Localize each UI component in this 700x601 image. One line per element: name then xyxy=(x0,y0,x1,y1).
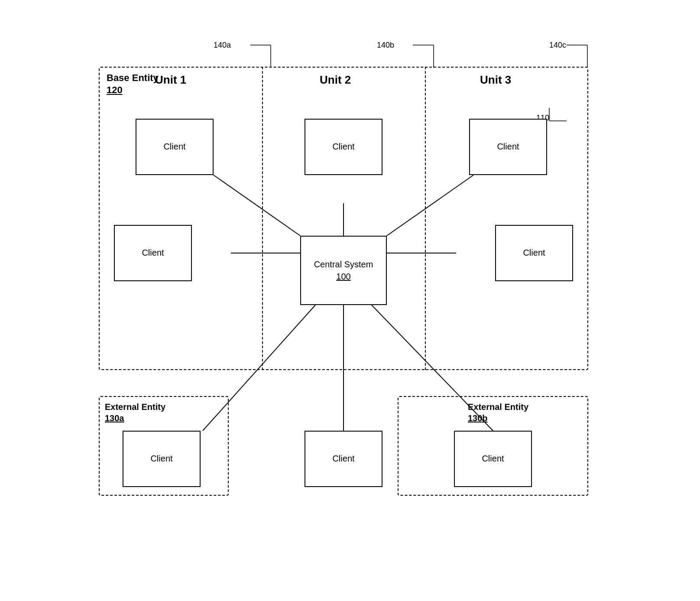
ext-entity-b-label: External Entity 130b xyxy=(468,401,528,424)
client-ext-a: Client xyxy=(123,431,201,487)
unit-divider-1 xyxy=(262,67,263,370)
unit2-label: Unit 2 xyxy=(320,73,351,87)
client-unit2-top: Client xyxy=(305,119,382,175)
unit1-label: Unit 1 xyxy=(155,73,186,87)
unit-divider-2 xyxy=(425,67,426,370)
client-unit1-top: Client xyxy=(136,119,214,175)
client-unit1-mid: Client xyxy=(114,225,192,281)
ref-140c-label: 140c xyxy=(549,41,566,50)
unit3-label: Unit 3 xyxy=(480,73,511,87)
base-entity-label: Base Entity 120 xyxy=(107,72,159,97)
client-unit3-top: Client xyxy=(469,119,547,175)
central-system-box: Central System 100 xyxy=(300,236,387,305)
ref-140a-label: 140a xyxy=(214,41,231,50)
diagram-container: 140a 140b 140c Base Entity 120 Unit 1 Un… xyxy=(90,41,610,561)
client-ext-center: Client xyxy=(305,431,382,487)
base-entity-boundary: Base Entity 120 xyxy=(99,67,588,370)
ext-entity-a-label: External Entity 130a xyxy=(105,401,165,424)
client-unit3-mid: Client xyxy=(495,225,573,281)
ref-140b-label: 140b xyxy=(377,41,394,50)
client-ext-b: Client xyxy=(454,431,532,487)
